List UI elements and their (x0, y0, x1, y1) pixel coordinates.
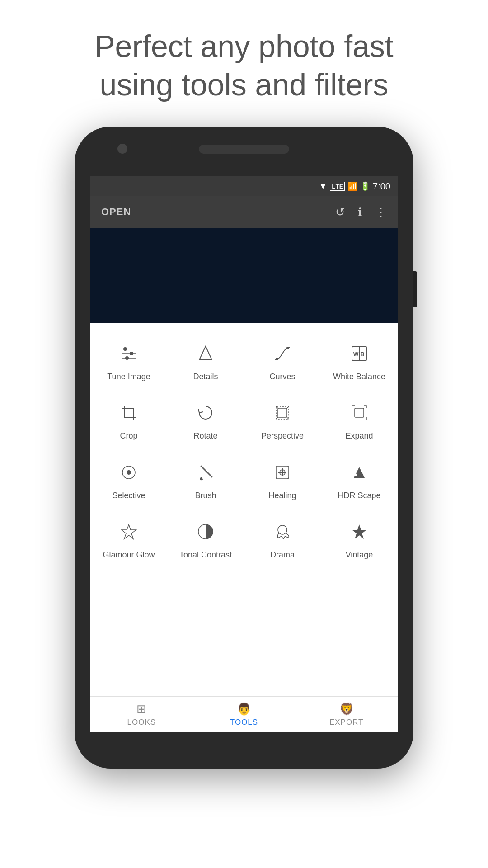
tool-item-tune-image[interactable]: Tune Image (90, 332, 167, 391)
info-icon[interactable]: ℹ (358, 205, 362, 219)
tool-item-crop[interactable]: Crop (90, 391, 167, 450)
glamour-glow-label: Glamour Glow (103, 550, 155, 560)
drama-icon (270, 519, 295, 544)
camera-dot (117, 144, 127, 154)
speaker-grille (199, 145, 289, 154)
hdr-scape-icon (347, 460, 372, 485)
svg-text:W: W (353, 351, 359, 358)
tool-item-healing[interactable]: Healing (244, 451, 321, 510)
undo-icon[interactable]: ↺ (335, 205, 345, 219)
toolbar-icons: ↺ ℹ ⋮ (335, 205, 387, 219)
svg-point-31 (278, 525, 287, 534)
svg-point-4 (130, 352, 133, 355)
white-balance-label: White Balance (333, 372, 385, 382)
healing-icon (270, 460, 295, 485)
tool-item-details[interactable]: Details (167, 332, 244, 391)
side-button (413, 271, 417, 307)
nav-item-looks[interactable]: ⊞ LOOKS (90, 697, 193, 732)
screen: ▼ LTE 📶 🔋 7:00 OPEN ↺ ℹ ⋮ (90, 176, 398, 732)
svg-marker-6 (199, 346, 212, 360)
hdr-scape-label: HDR Scape (338, 491, 380, 501)
tool-item-perspective[interactable]: Perspective (244, 391, 321, 450)
perspective-icon (270, 400, 295, 425)
signal-icon: 📶 (347, 181, 357, 191)
tool-item-selective[interactable]: Selective (90, 451, 167, 510)
looks-label: LOOKS (127, 718, 156, 727)
lte-badge: LTE (330, 182, 345, 191)
tools-icon: 👨 (237, 702, 251, 716)
selective-label: Selective (112, 491, 145, 501)
nav-item-export[interactable]: 🦁 EXPORT (295, 697, 398, 732)
rotate-icon (193, 400, 218, 425)
tune-image-icon (116, 341, 141, 366)
svg-point-21 (127, 470, 131, 475)
brush-label: Brush (195, 491, 216, 501)
perspective-label: Perspective (261, 431, 304, 441)
more-icon[interactable]: ⋮ (375, 205, 387, 219)
tool-item-glamour-glow[interactable]: Glamour Glow (90, 510, 167, 569)
details-icon (193, 341, 218, 366)
tool-item-drama[interactable]: Drama (244, 510, 321, 569)
tools-label: TOOLS (230, 718, 258, 727)
tonal-contrast-icon (193, 519, 218, 544)
drama-label: Drama (270, 550, 295, 560)
svg-point-3 (123, 347, 127, 351)
tool-item-white-balance[interactable]: WB White Balance (321, 332, 398, 391)
curves-icon (270, 341, 295, 366)
svg-point-5 (125, 356, 129, 360)
svg-marker-29 (122, 524, 136, 539)
curves-label: Curves (269, 372, 295, 382)
vintage-icon (347, 519, 372, 544)
details-label: Details (193, 372, 218, 382)
export-label: EXPORT (329, 718, 364, 727)
svg-point-8 (286, 347, 289, 349)
crop-icon (116, 400, 141, 425)
tune-image-label: Tune Image (107, 372, 150, 382)
tool-item-vintage[interactable]: Vintage (321, 510, 398, 569)
rotate-label: Rotate (193, 431, 217, 441)
looks-icon: ⊞ (136, 702, 146, 716)
tool-item-curves[interactable]: Curves (244, 332, 321, 391)
phone-frame: ▼ LTE 📶 🔋 7:00 OPEN ↺ ℹ ⋮ (75, 127, 413, 769)
expand-label: Expand (345, 431, 373, 441)
status-time: 7:00 (373, 181, 390, 192)
battery-icon: 🔋 (360, 181, 370, 191)
open-button[interactable]: OPEN (101, 206, 131, 218)
tool-item-brush[interactable]: Brush (167, 451, 244, 510)
svg-marker-32 (352, 524, 366, 539)
phone-top-bezel (75, 127, 413, 176)
tool-item-tonal-contrast[interactable]: Tonal Contrast (167, 510, 244, 569)
app-toolbar: OPEN ↺ ℹ ⋮ (90, 196, 398, 228)
healing-label: Healing (268, 491, 296, 501)
svg-marker-27 (354, 467, 365, 478)
svg-rect-19 (355, 408, 364, 417)
tool-item-hdr-scape[interactable]: HDR Scape (321, 451, 398, 510)
svg-point-7 (276, 358, 278, 360)
tools-grid: Tune Image Details Curves (90, 332, 398, 570)
tools-panel: Tune Image Details Curves (90, 323, 398, 696)
crop-label: Crop (120, 431, 137, 441)
svg-line-22 (201, 466, 212, 477)
nav-item-tools[interactable]: 👨 TOOLS (193, 697, 296, 732)
selective-icon (116, 460, 141, 485)
svg-text:B: B (361, 351, 365, 358)
expand-icon (347, 400, 372, 425)
svg-rect-14 (278, 408, 287, 417)
tool-item-expand[interactable]: Expand (321, 391, 398, 450)
glamour-glow-icon (116, 519, 141, 544)
status-icons: ▼ LTE 📶 🔋 7:00 (319, 181, 390, 192)
vintage-label: Vintage (346, 550, 373, 560)
tool-item-rotate[interactable]: Rotate (167, 391, 244, 450)
bottom-nav: ⊞ LOOKS 👨 TOOLS 🦁 EXPORT (90, 696, 398, 732)
photo-preview (90, 228, 398, 323)
export-icon: 🦁 (339, 702, 354, 716)
headline: Perfect any photo fast using tools and f… (67, 27, 421, 104)
tonal-contrast-label: Tonal Contrast (179, 550, 232, 560)
wifi-icon: ▼ (319, 182, 327, 191)
white-balance-icon: WB (347, 341, 372, 366)
status-bar: ▼ LTE 📶 🔋 7:00 (90, 176, 398, 196)
brush-icon (193, 460, 218, 485)
